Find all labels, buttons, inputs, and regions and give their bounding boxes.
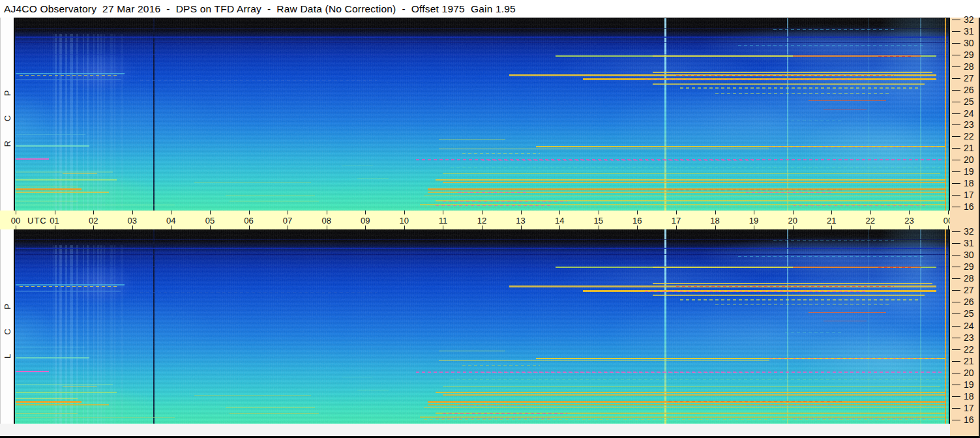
hour-tick-top [327, 211, 327, 214]
hour-label: 18 [710, 215, 719, 225]
hour-label: 02 [89, 215, 98, 225]
freq-tick [952, 385, 960, 385]
hour-tick-top [793, 211, 794, 214]
freq-label: 26 [964, 297, 974, 307]
title-bar: AJ4CO Observatory 27 Mar 2016 - DPS on T… [0, 0, 980, 18]
freq-label: 16 [964, 201, 974, 212]
freq-tick [952, 361, 960, 362]
freq-label: 27 [964, 73, 974, 83]
hour-tick-top [482, 211, 483, 214]
freq-label: 21 [964, 143, 974, 153]
freq-label: 25 [964, 96, 974, 107]
freq-tick [952, 78, 960, 79]
hour-label: 23 [904, 215, 913, 225]
freq-tick [952, 207, 960, 207]
hour-tick-top [637, 211, 638, 214]
hour-tick-top [948, 211, 949, 214]
hour-label: 20 [788, 215, 797, 225]
freq-tick [952, 148, 960, 149]
hour-label: 09 [361, 215, 370, 225]
freq-tick [952, 349, 960, 350]
freq-label: 30 [964, 38, 974, 48]
hour-label: 00 [11, 215, 20, 225]
hour-tick-top [365, 211, 366, 214]
hour-tick-top [288, 211, 288, 214]
hour-label: 16 [632, 215, 642, 225]
hour-tick-top [55, 211, 55, 214]
hour-label: 07 [283, 215, 292, 225]
freq-tick [952, 183, 960, 184]
freq-label: 32 [964, 226, 974, 237]
freq-label: 20 [964, 154, 974, 165]
freq-label: 19 [964, 379, 974, 390]
freq-label: 24 [964, 321, 974, 331]
freq-label: 21 [964, 356, 974, 366]
freq-label: 28 [964, 61, 974, 72]
freq-tick [952, 302, 960, 302]
hour-label: 04 [166, 215, 175, 225]
freq-label: 28 [964, 273, 974, 284]
freq-tick [952, 338, 960, 338]
spectrogram-app: AJ4CO Observatory 27 Mar 2016 - DPS on T… [0, 0, 980, 438]
utc-unit-label: UTC [27, 215, 47, 225]
freq-tick [952, 136, 960, 137]
freq-label: 18 [964, 391, 974, 402]
hour-tick-top [676, 211, 677, 214]
hour-label: 19 [749, 215, 758, 225]
freq-label: 16 [964, 415, 974, 425]
freq-tick [952, 314, 960, 314]
frequency-scale: 3231302928272625242322212019181716323130… [950, 18, 979, 438]
freq-label: 31 [964, 26, 974, 36]
freq-tick [952, 20, 960, 20]
hour-tick-top [93, 211, 94, 214]
freq-tick [952, 290, 960, 291]
freq-tick [952, 31, 960, 32]
noise-overlay [15, 229, 949, 424]
freq-label: 27 [964, 285, 974, 295]
freq-tick [952, 278, 960, 279]
freq-label: 19 [964, 166, 974, 177]
hour-tick-top [171, 211, 171, 214]
freq-label: 29 [964, 50, 974, 60]
hour-label: 14 [555, 215, 564, 225]
hour-tick-top [715, 211, 716, 214]
page-title: AJ4CO Observatory 27 Mar 2016 - DPS on T… [4, 3, 516, 15]
freq-label: 32 [964, 14, 974, 25]
hour-tick-top [443, 211, 443, 214]
hour-tick-top [16, 211, 16, 214]
freq-tick [952, 326, 960, 327]
freq-label: 23 [964, 332, 974, 343]
freq-tick [952, 55, 960, 55]
freq-tick [952, 171, 960, 172]
hour-label: 06 [244, 215, 253, 225]
hour-label: 21 [827, 215, 836, 225]
freq-label: 20 [964, 368, 974, 378]
hour-label: 05 [205, 215, 215, 225]
freq-label: 22 [964, 131, 974, 141]
freq-tick [952, 102, 960, 102]
freq-label: 17 [964, 403, 974, 413]
freq-label: 22 [964, 344, 974, 355]
hour-tick-top [870, 211, 871, 214]
freq-tick [952, 408, 960, 409]
hour-label: 01 [50, 215, 59, 225]
freq-label: 18 [964, 178, 974, 188]
hour-tick-top [404, 211, 405, 214]
freq-label: 25 [964, 308, 974, 319]
hour-tick-top [599, 211, 599, 214]
time-axis-bar: UTC 000102030405060708091011121314151617… [0, 211, 950, 229]
bottom-margin [0, 424, 950, 436]
hour-tick-top [521, 211, 522, 214]
hour-tick-top [559, 211, 560, 214]
hour-tick-top [831, 211, 832, 214]
rcp-axis-label: R C P [1, 18, 14, 211]
freq-label: 30 [964, 250, 974, 260]
hour-label: 12 [477, 215, 486, 225]
hour-label: 22 [866, 215, 875, 225]
noise-overlay [15, 18, 949, 211]
hour-label: 10 [400, 215, 409, 225]
freq-label: 17 [964, 190, 974, 200]
hour-tick-top [249, 211, 250, 214]
hour-label: 11 [439, 215, 448, 225]
lcp-axis-label: L C P [1, 229, 14, 424]
